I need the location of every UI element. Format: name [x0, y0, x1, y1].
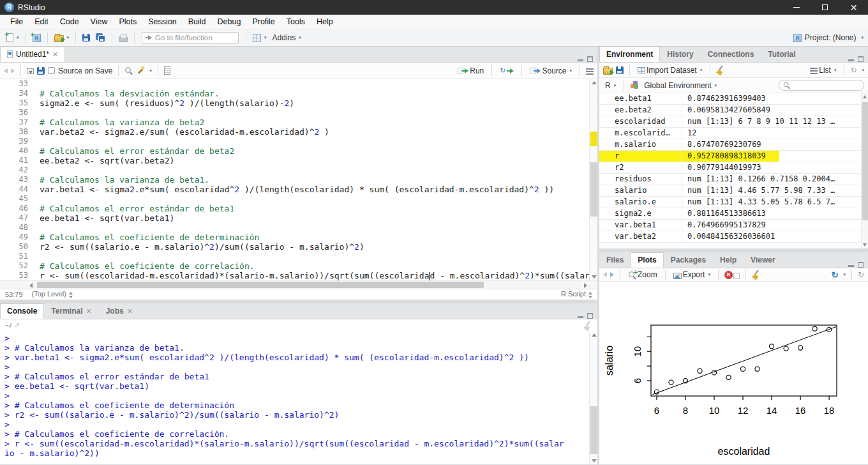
menu-file[interactable]: File — [4, 15, 29, 29]
remove-plot-icon[interactable]: ✕ — [724, 271, 733, 279]
source-on-save-checkbox[interactable] — [48, 67, 55, 74]
project-menu-button[interactable]: R Project: (None) ▾ — [793, 33, 864, 42]
environment-row[interactable]: m.salario8.67470769230769 — [599, 139, 868, 151]
code-line[interactable]: 41ee.beta2 <- sqrt(var.beta2) — [0, 156, 597, 165]
tab-help[interactable]: Help — [713, 252, 744, 268]
save-icon[interactable] — [37, 67, 45, 75]
code-line[interactable]: 34# Calculamos la desviación estándar. — [0, 89, 597, 98]
open-in-new-window-icon[interactable] — [27, 68, 34, 74]
scroll-up-icon[interactable] — [863, 95, 867, 98]
tab-connections[interactable]: Connections — [701, 47, 761, 62]
zoom-plot-button[interactable]: + Zoom — [626, 269, 659, 280]
scrollbar-thumb[interactable] — [862, 102, 868, 220]
save-button[interactable] — [80, 33, 92, 43]
tab-console[interactable]: Console — [0, 303, 44, 319]
maximize-pane-icon[interactable] — [858, 262, 864, 268]
menu-session[interactable]: Session — [142, 15, 182, 29]
environment-row[interactable]: r20.90779144019973 — [599, 162, 868, 174]
menu-debug[interactable]: Debug — [212, 15, 247, 29]
previous-plot-icon[interactable] — [603, 272, 607, 277]
environment-row[interactable]: r0.952780898318039 — [599, 151, 868, 162]
code-line[interactable]: 50r2 <- sum((salario.e - m.salario)^2)/s… — [0, 242, 597, 252]
close-tab-icon[interactable]: ✕ — [86, 307, 91, 316]
forward-icon[interactable] — [11, 68, 15, 73]
rerun-button[interactable]: ↻ — [498, 65, 516, 76]
compile-report-icon[interactable] — [164, 66, 170, 75]
menu-view[interactable]: View — [85, 15, 114, 29]
clear-environment-icon[interactable] — [716, 66, 725, 75]
clear-console-icon[interactable] — [583, 321, 592, 330]
tab-history[interactable]: History — [660, 47, 700, 62]
tab-terminal[interactable]: Terminal✕ — [44, 303, 98, 319]
environment-search-input[interactable] — [779, 80, 864, 91]
run-button[interactable]: Run — [456, 65, 486, 77]
environment-row[interactable]: sigma2.e0.881164513386613 — [599, 208, 868, 220]
code-area[interactable]: 3334# Calculamos la desviación estándar.… — [0, 79, 597, 280]
tab-tutorial[interactable]: Tutorial — [761, 47, 802, 62]
code-tools-icon[interactable] — [136, 66, 144, 75]
code-line[interactable]: 38var.beta2 <- sigma2.e/sum( (escolarida… — [0, 127, 597, 137]
filetype-selector[interactable]: R Script — [561, 290, 592, 298]
tab-environment[interactable]: Environment — [599, 47, 660, 62]
next-plot-icon[interactable] — [610, 272, 614, 277]
refresh-plot-icon[interactable]: ↻ — [858, 271, 864, 278]
export-plot-button[interactable]: Export ▾ — [671, 269, 712, 280]
menu-code[interactable]: Code — [54, 15, 85, 29]
maximize-pane-icon[interactable] — [587, 313, 593, 319]
environment-row[interactable]: salario.enum [1:13] 4.33 5.05 5.78 6.5 7… — [599, 197, 868, 208]
minimize-pane-icon[interactable] — [578, 314, 583, 318]
find-replace-icon[interactable] — [124, 66, 133, 75]
code-line[interactable]: 44var.beta1 <- sigma2.e*sum( escolaridad… — [0, 185, 597, 194]
environment-row[interactable]: var.beta10.764966995137829 — [599, 220, 868, 231]
source-button[interactable]: Source ▾ — [528, 65, 574, 77]
tab-files[interactable]: Files — [599, 252, 631, 268]
close-button[interactable]: ✕ — [839, 0, 868, 15]
pane-layout-button[interactable]: ▾ — [251, 33, 269, 43]
scroll-down-icon[interactable] — [863, 243, 867, 247]
tab-packages[interactable]: Packages — [664, 252, 713, 268]
menu-help[interactable]: Help — [311, 15, 339, 29]
scrollbar-thumb[interactable] — [37, 282, 484, 288]
print-button[interactable] — [117, 32, 130, 43]
editor-vertical-scrollbar[interactable] — [589, 79, 597, 280]
addins-button[interactable]: Addins▾ — [271, 32, 303, 43]
save-all-button[interactable] — [94, 32, 107, 43]
scroll-right-icon[interactable] — [584, 283, 587, 288]
console-scrollbar[interactable] — [589, 332, 597, 464]
code-line[interactable]: 47ee.beta1 <- sqrt(var.beta1) — [0, 213, 597, 223]
open-file-button[interactable]: ▾ — [52, 32, 71, 43]
menu-edit[interactable]: Edit — [29, 15, 54, 29]
code-line[interactable]: 39 — [0, 137, 597, 146]
scroll-down-icon[interactable] — [592, 459, 597, 462]
new-project-button[interactable]: R+ — [31, 33, 43, 43]
code-line[interactable]: 40# Calculamos el error estándar de beta… — [0, 146, 597, 156]
code-line[interactable]: 45 — [0, 194, 597, 204]
menu-plots[interactable]: Plots — [113, 15, 142, 29]
minimize-pane-icon[interactable] — [848, 263, 854, 267]
publish-sync-icon[interactable]: ↻ — [832, 271, 839, 279]
scroll-down-icon[interactable] — [592, 275, 597, 278]
environment-row[interactable]: residuosnum [1:13] 0.1266 0.7158 0.2004… — [599, 174, 868, 185]
environment-row[interactable]: ee.beta10.874623916399403 — [599, 93, 868, 105]
import-dataset-button[interactable]: Import Dataset ▾ — [636, 65, 704, 76]
editor-horizontal-scrollbar[interactable] — [0, 280, 597, 289]
goto-file-function-input[interactable]: Go to file/function — [142, 32, 239, 44]
back-icon[interactable] — [4, 68, 8, 73]
environment-row[interactable]: ee.beta20.0695813427605849 — [599, 105, 868, 116]
maximize-pane-icon[interactable] — [858, 56, 864, 62]
code-line[interactable]: 51 — [0, 252, 597, 261]
environment-selector[interactable]: Global Environment▾ — [642, 80, 719, 91]
code-line[interactable]: 49# Calculamos el coeficiente de determi… — [0, 232, 597, 242]
tab-viewer[interactable]: Viewer — [744, 252, 782, 268]
tab-plots[interactable]: Plots — [631, 252, 663, 268]
scroll-left-icon[interactable] — [29, 283, 33, 288]
menu-profile[interactable]: Profile — [246, 15, 280, 29]
code-line[interactable]: 33 — [0, 79, 597, 89]
refresh-icon[interactable]: ↻ — [850, 66, 857, 74]
maximize-button[interactable] — [811, 0, 839, 15]
scrollbar-thumb[interactable] — [590, 162, 597, 217]
scroll-up-icon[interactable] — [592, 81, 597, 84]
popout-icon[interactable]: ↗ — [14, 321, 20, 330]
close-tab-icon[interactable]: ✕ — [127, 307, 133, 316]
code-line[interactable]: 37# Calculamos la varianza de beta2 — [0, 118, 597, 127]
